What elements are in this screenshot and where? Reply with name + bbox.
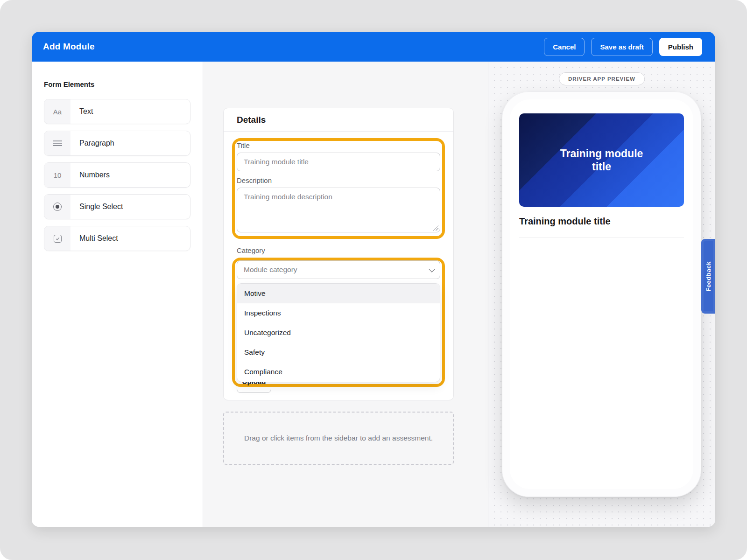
module-editor-area: Details Title Description Category	[203, 62, 488, 527]
category-group: Upload Module category Motive Inspection…	[232, 258, 445, 394]
description-label: Description	[237, 176, 440, 184]
publish-button[interactable]: Publish	[659, 38, 702, 56]
phone-mockup: Training module title Training module ti…	[502, 91, 701, 497]
sidebar-item-numbers[interactable]: 10 Numbers	[44, 162, 190, 188]
driver-app-preview-panel: DRIVER APP PREVIEW Training module title…	[488, 62, 715, 527]
page-title: Add Module	[43, 42, 95, 52]
details-heading: Details	[224, 108, 453, 132]
header-actions: Cancel Save as draft Publish	[544, 38, 702, 56]
category-option-compliance[interactable]: Compliance	[237, 362, 440, 382]
sidebar-item-multi-select[interactable]: Multi Select	[44, 226, 190, 251]
chevron-down-icon	[429, 266, 435, 272]
form-elements-sidebar: Form Elements Aa Text Paragraph 10 Numbe…	[32, 62, 203, 527]
assessment-dropzone[interactable]: Drag or click items from the sidebar to …	[223, 412, 454, 465]
sidebar-heading: Form Elements	[32, 62, 203, 88]
details-form: Title Description Category Upload	[224, 138, 453, 394]
category-option-motive[interactable]: Motive	[237, 284, 440, 303]
sidebar-item-label: Multi Select	[70, 226, 118, 251]
sidebar-item-label: Single Select	[70, 195, 123, 219]
feedback-tab[interactable]: Feedback	[701, 239, 715, 314]
details-card: Details Title Description Category	[223, 108, 454, 400]
feedback-tab-label: Feedback	[705, 261, 712, 292]
sidebar-item-label: Text	[70, 99, 93, 124]
category-dropdown: Motive Inspections Uncategorized Safety …	[237, 283, 440, 382]
text-icon: Aa	[44, 99, 70, 124]
divider	[519, 238, 684, 238]
title-description-highlight: Title Description	[232, 138, 445, 239]
module-cover-title: Training module title	[551, 147, 652, 173]
sidebar-item-paragraph[interactable]: Paragraph	[44, 131, 190, 156]
title-input[interactable]	[237, 153, 440, 171]
page-background: Add Module Cancel Save as draft Publish …	[0, 0, 747, 560]
sidebar-item-label: Paragraph	[70, 131, 114, 155]
phone-screen: Training module title Training module ti…	[510, 99, 693, 489]
paragraph-icon	[44, 131, 70, 155]
numbers-icon: 10	[44, 163, 70, 187]
save-as-draft-button[interactable]: Save as draft	[591, 38, 652, 56]
module-title-text: Training module title	[519, 216, 611, 227]
category-option-uncategorized[interactable]: Uncategorized	[237, 323, 440, 343]
sidebar-item-single-select[interactable]: Single Select	[44, 194, 190, 219]
category-select[interactable]: Module category	[237, 260, 440, 279]
title-label: Title	[237, 141, 440, 149]
checkbox-icon	[44, 226, 70, 251]
module-cover-card: Training module title	[519, 113, 684, 207]
cancel-button[interactable]: Cancel	[544, 38, 585, 56]
sidebar-item-text[interactable]: Aa Text	[44, 99, 190, 124]
form-elements-list: Aa Text Paragraph 10 Numbers Single Sele…	[44, 99, 190, 251]
category-option-safety[interactable]: Safety	[237, 343, 440, 362]
category-select-value: Module category	[244, 266, 297, 274]
radio-icon	[44, 195, 70, 219]
category-label: Category	[237, 246, 440, 254]
add-module-window: Add Module Cancel Save as draft Publish …	[32, 32, 715, 527]
preview-badge: DRIVER APP PREVIEW	[559, 72, 645, 85]
sidebar-item-label: Numbers	[70, 163, 110, 187]
description-input[interactable]	[237, 188, 440, 232]
header-bar: Add Module Cancel Save as draft Publish	[32, 32, 715, 62]
category-option-inspections[interactable]: Inspections	[237, 303, 440, 323]
dropzone-text: Drag or click items from the sidebar to …	[244, 434, 433, 442]
